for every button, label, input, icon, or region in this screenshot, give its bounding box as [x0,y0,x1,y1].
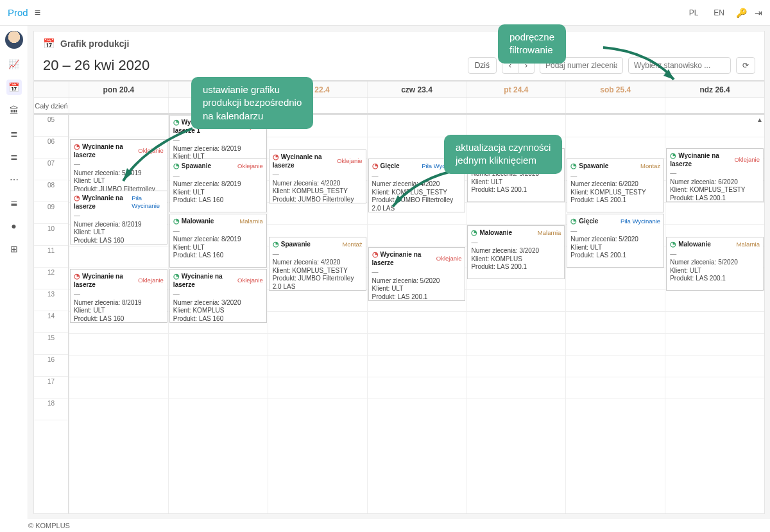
task-detail-line: Numer zlecenia: 5/2020 [670,259,760,267]
task-name: Wycinanie na laserze [670,151,734,168]
task-card[interactable]: Wycinanie na laserzeOklejanie—Numer zlec… [70,269,167,323]
task-detail-line: Klient: KOMPLUS [471,255,561,264]
sidebar-list2-icon[interactable]: ≣ [6,149,22,164]
logout-icon[interactable]: ⇥ [755,8,762,18]
sidebar-list3-icon[interactable]: ≣ [6,195,22,210]
task-card[interactable]: Wycinanie na laserzeOklejanie—Numer zlec… [368,247,466,301]
task-name: Malowanie [173,217,214,226]
sidebar-more-icon[interactable]: ⋯ [6,172,22,187]
task-name: Wycinanie na laserze [74,194,132,210]
sidebar-grid-icon[interactable]: ⊞ [6,241,22,257]
task-detail-line: Produkt: LAS 200.1 [471,263,561,271]
sidebar-calendar-icon[interactable]: 📅 [6,80,22,95]
task-tag: Oklejanie [337,157,363,165]
task-name: Wycinanie na laserze [273,153,337,169]
task-tag: Montaż [342,241,362,248]
callout-filtering: podręczne filtrowanie [498,24,566,64]
day-column-sob[interactable]: SpawanieMontaż—Numer zlecenia: 6/2020Kli… [565,115,665,513]
all-day-label: Cały dzień [34,98,69,113]
task-detail-line: Klient: ULT [74,307,164,315]
task-tag: Malarnia [538,229,561,237]
hour-08: 08 [34,180,68,202]
callout-update: aktualizacja czynności jednym kliknięcie… [444,135,562,174]
task-detail-line: Produkt: LAS 160 [74,237,164,245]
task-name: Wycinanie na laserze [74,272,138,289]
task-detail-line: Klient: ULT [74,228,164,237]
task-card[interactable]: SpawanieMontaż—Numer zlecenia: 6/2020Kli… [567,159,664,212]
task-detail-line: Numer zlecenia: 8/2019 [74,299,164,307]
task-detail-line: Numer zlecenia: 3/2020 [173,299,263,307]
task-detail-line: Numer zlecenia: 8/2019 [173,236,263,244]
task-tag: Oklejanie [734,156,760,164]
task-detail-line: Produkt: LAS 200.1 [570,196,660,205]
footer: © KOMPLUS [0,519,770,532]
task-card[interactable]: Wycinanie na laserzeOklejanie—Numer zlec… [269,150,366,203]
day-column-ndz[interactable]: Wycinanie na laserzeOklejanie—Numer zlec… [665,115,764,513]
calendar-icon: 📅 [43,38,55,49]
lang-pl-button[interactable]: PL [685,6,703,20]
task-card[interactable]: MalowanieMalarnia—Numer zlecenia: 5/2020… [666,237,764,291]
lang-en-button[interactable]: EN [710,6,728,20]
task-detail-line: Numer zlecenia: 8/2019 [74,221,164,229]
hour-11: 11 [34,246,68,268]
callout-arrow-3 [597,37,687,89]
task-detail-line: Numer zlecenia: 5/2020 [570,236,660,244]
task-detail-line: Produkt: LAS 160 [173,196,263,205]
task-card[interactable]: Wycinanie na laserzePiła Wycinanie—Numer… [70,191,167,245]
task-detail-line: Produkt: LAS 200.1 [670,194,760,202]
key-icon[interactable]: 🔑 [736,8,747,18]
task-card[interactable]: Wycinanie na laserzeOklejanie—Numer zlec… [666,148,764,202]
production-schedule-panel: 📅 Grafik produkcji 20 – 26 kwi 2020 Dziś… [33,31,765,514]
task-detail-line: Produkt: LAS 160 [74,315,164,323]
task-card[interactable]: GięciePiła Wycinanie—Numer zlecenia: 5/2… [567,214,664,268]
callout-arrow-1 [116,122,205,193]
sidebar-bank-icon[interactable]: 🏛 [6,103,22,118]
task-name: Wycinanie na laserze [173,272,237,289]
top-bar: Prod ≡ PL EN 🔑 ⇥ [0,0,770,26]
task-card[interactable]: SpawanieMontaż—Numer zlecenia: 4/2020Kli… [269,237,366,291]
footer-copyright: © KOMPLUS [28,522,70,529]
task-tag: Oklejanie [138,277,164,284]
task-tag: Piła Wycinanie [620,218,660,225]
task-detail-line: Numer zlecenia: 3/2020 [471,247,561,255]
panel-title: Grafik produkcji [60,39,129,49]
day-header-pon[interactable]: pon 20.4 [69,82,168,98]
hour-06: 06 [34,137,68,159]
sidebar-chart-icon[interactable]: 📈 [6,56,22,72]
day-column-pt[interactable]: SpawanieMontaż—Numer zlecenia: 5/2020Kli… [466,115,565,513]
brand-logo[interactable]: Prod [8,7,28,18]
avatar[interactable] [5,31,23,49]
sidebar-list1-icon[interactable]: ≣ [6,126,22,141]
task-detail-line: Klient: KOMPLUS_TESTY [570,189,660,197]
sidebar-dot-icon[interactable]: ● [6,218,22,234]
sidebar: 📈 📅 🏛 ≣ ≣ ⋯ ≣ ● ⊞ [0,26,28,519]
task-name: Gięcie [570,217,598,226]
task-detail-line: Produkt: JUMBO Filtertrolley 2.0 LAS [273,196,363,203]
task-detail-line: Klient: KOMPLUS_TESTY [273,187,363,196]
task-tag: Malarnia [239,218,262,225]
task-name: Malowanie [471,228,512,237]
task-card[interactable]: MalowanieMalarnia—Numer zlecenia: 3/2020… [467,225,565,279]
day-header-czw[interactable]: czw 23.4 [367,82,466,98]
task-tag: Montaż [640,162,660,170]
refresh-button[interactable]: ⟳ [736,57,755,74]
task-tag: Oklejanie [237,277,263,284]
today-button[interactable]: Dziś [468,57,497,74]
task-detail-line: Klient: ULT [173,244,263,252]
hour-15: 15 [34,333,68,355]
task-tag: Oklejanie [237,162,263,170]
task-card[interactable]: Wycinanie na laserzeOklejanie—Numer zlec… [169,269,267,323]
hour-05: 05 [34,115,68,137]
day-header-pt[interactable]: pt 24.4 [466,82,565,98]
task-detail-line: Numer zlecenia: 6/2020 [570,180,660,189]
task-detail-line: Numer zlecenia: 4/2020 [273,259,363,267]
hour-16: 16 [34,355,68,377]
task-detail-line: Klient: KOMPLUS_TESTY [670,186,760,194]
task-detail-line: Produkt: LAS 200.1 [471,186,561,194]
menu-toggle-icon[interactable]: ≡ [35,7,40,19]
task-detail-line: Klient: ULT [471,178,561,187]
task-detail-line: Produkt: LAS 160 [173,252,263,260]
task-card[interactable]: MalowanieMalarnia—Numer zlecenia: 8/2019… [169,214,267,268]
task-tag: Oklejanie [436,255,462,262]
day-column-sr[interactable]: Wycinanie na laserzeOklejanie—Numer zlec… [268,115,367,513]
